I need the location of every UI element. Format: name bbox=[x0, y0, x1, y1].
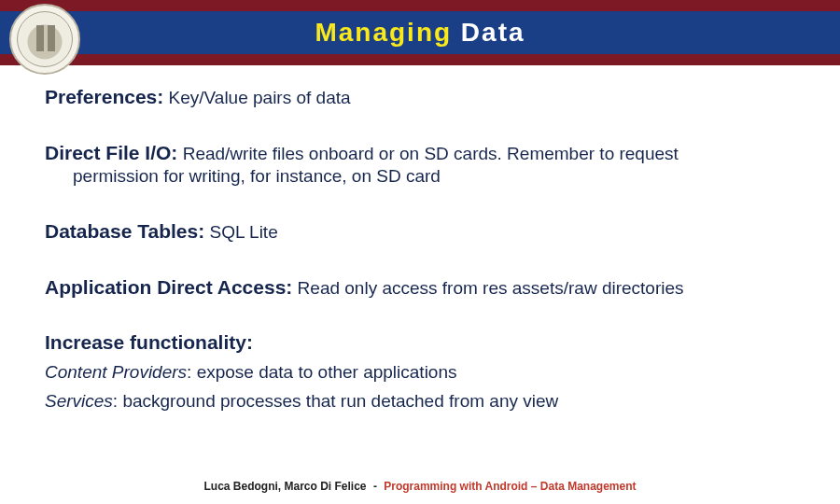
footer-authors: Luca Bedogni, Marco Di Felice bbox=[204, 480, 367, 493]
item-fileio: Direct File I/O: Read/write files onboar… bbox=[45, 140, 803, 189]
item-preferences: Preferences: Key/Value pairs of data bbox=[45, 84, 803, 110]
label-increase: Increase functionality: bbox=[45, 331, 253, 353]
sub2-em: Services bbox=[45, 391, 113, 411]
item-increase: Increase functionality: Content Provider… bbox=[45, 329, 803, 413]
slide-title: Managing Data bbox=[315, 18, 525, 48]
item-appdirect: Application Direct Access: Read only acc… bbox=[45, 274, 803, 301]
sub1-text: : expose data to other applications bbox=[187, 362, 456, 382]
sub2-text: : background processes that run detached… bbox=[113, 391, 558, 411]
header-band: Managing Data bbox=[0, 0, 840, 65]
seal-inner bbox=[17, 11, 73, 67]
body-fileio: Read/write files onboard or on SD cards.… bbox=[177, 144, 678, 163]
footer-separator: - bbox=[373, 480, 377, 493]
sub-content-providers: Content Providers: expose data to other … bbox=[45, 361, 803, 385]
label-database: Database Tables: bbox=[45, 220, 204, 242]
sub1-em: Content Providers bbox=[45, 362, 187, 382]
sub-services: Services: background processes that run … bbox=[45, 390, 803, 413]
body-preferences: Key/Value pairs of data bbox=[163, 88, 350, 107]
slide-footer: Luca Bedogni, Marco Di Felice - Programm… bbox=[0, 480, 840, 493]
footer-course: Programming with Android – Data Manageme… bbox=[384, 480, 636, 493]
university-seal-icon bbox=[9, 4, 80, 75]
label-fileio: Direct File I/O: bbox=[45, 142, 177, 163]
header-title-bar: Managing Data bbox=[0, 11, 840, 54]
item-database: Database Tables: SQL Lite bbox=[45, 218, 803, 245]
body-fileio-cont: permission for writing, for instance, on… bbox=[73, 165, 803, 189]
label-preferences: Preferences: bbox=[45, 86, 163, 107]
title-rest: Data bbox=[452, 18, 525, 47]
slide-content: Preferences: Key/Value pairs of data Dir… bbox=[45, 84, 803, 467]
title-highlight: Managing bbox=[315, 18, 452, 47]
label-appdirect: Application Direct Access: bbox=[45, 276, 292, 298]
header-accent-top bbox=[0, 0, 840, 11]
body-database: SQL Lite bbox=[204, 222, 278, 242]
body-appdirect: Read only access from res assets/raw dir… bbox=[292, 278, 683, 298]
header-accent-bottom bbox=[0, 54, 840, 65]
